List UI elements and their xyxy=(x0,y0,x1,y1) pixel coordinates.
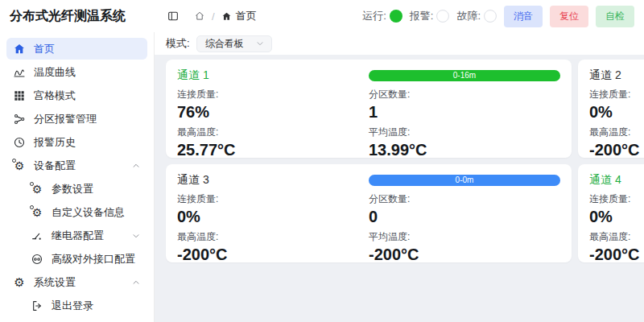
stat-label: 平均温度: xyxy=(369,230,560,244)
stat-value: -200°C xyxy=(369,246,560,264)
channel-card-1: 通道 1 0-16m 连接质量: 76% 分区数量: 1 最高 xyxy=(166,60,572,158)
sidebar-item-label: 系统设置 xyxy=(34,275,76,290)
sidebar-item-label: 参数设置 xyxy=(52,182,93,196)
channel-title: 通道 4 xyxy=(589,173,621,188)
sidebar-item-advanced-interface[interactable]: 高级对外接口配置 xyxy=(24,248,147,270)
sidebar-item-logout[interactable]: 退出登录 xyxy=(24,295,147,316)
alarm-indicator-dot xyxy=(436,10,449,23)
channel-range-badge: 0-0m xyxy=(369,175,560,186)
sidebar-item-param-settings[interactable]: ⚙ 参数设置 xyxy=(24,178,147,200)
sidebar-item-device-config[interactable]: ⚙ 设备配置 xyxy=(6,155,147,176)
sidebar-item-label: 温度曲线 xyxy=(34,65,76,80)
mode-label: 模式: xyxy=(166,36,190,51)
stat-value: -200°C xyxy=(589,246,644,264)
history-clock-icon xyxy=(13,136,26,149)
mute-button[interactable]: 消音 xyxy=(504,6,543,27)
stat-label: 连接质量: xyxy=(589,192,644,206)
breadcrumb-current[interactable]: 首页 xyxy=(221,9,257,23)
sidebar-item-label: 首页 xyxy=(34,42,55,56)
header-status-area: 运行: 报警: 故障: 消音 复位 自检 xyxy=(362,6,634,27)
relay-switch-icon xyxy=(31,229,43,242)
chevron-up-icon xyxy=(131,278,141,287)
stat-value: 0 xyxy=(369,208,560,226)
sidebar-item-label: 报警历史 xyxy=(34,135,76,150)
header: 分布式光纤测温系统 / 首页 xyxy=(0,0,644,32)
channel-title: 通道 1 xyxy=(177,68,209,83)
stat-avg-temp: 平均温度: 13.99°C xyxy=(369,126,560,159)
breadcrumb: / 首页 xyxy=(194,9,257,23)
channel-card-4: 通道 4 连接质量: 0% 最高温度: -200°C xyxy=(578,164,644,262)
status-fault: 故障: xyxy=(456,9,497,23)
param-gear-icon: ⚙ xyxy=(31,184,43,195)
home-outline-icon[interactable] xyxy=(194,10,205,22)
stat-value: 13.99°C xyxy=(369,141,560,159)
stat-connection-quality: 连接质量: 0% xyxy=(177,192,369,226)
mode-select-value: 综合看板 xyxy=(205,37,244,51)
channel-range-badge: 0-16m xyxy=(369,70,560,81)
sidebar-item-label: 继电器配置 xyxy=(52,229,104,243)
stat-label: 连接质量: xyxy=(177,88,369,101)
sidebar-item-temp-curve[interactable]: 温度曲线 xyxy=(6,61,147,83)
interface-circle-icon xyxy=(31,253,43,266)
stat-max-temp: 最高温度: -200°C xyxy=(589,230,644,264)
stat-label: 连接质量: xyxy=(589,88,644,101)
status-running-label: 运行: xyxy=(362,9,386,23)
chevron-up-icon xyxy=(131,161,141,171)
sidebar-item-home[interactable]: 首页 xyxy=(6,38,147,60)
stat-label: 分区数量: xyxy=(369,88,560,101)
stat-value: -200°C xyxy=(589,141,644,159)
sidebar-item-label: 退出登录 xyxy=(52,299,93,313)
sidebar-item-zone-alarm[interactable]: 分区报警管理 xyxy=(6,108,147,130)
channel-card-3: 通道 3 0-0m 连接质量: 0% 分区数量: 0 最高温度 xyxy=(166,164,572,262)
stat-label: 最高温度: xyxy=(589,126,644,139)
sidebar-item-system-settings[interactable]: ⚙ 系统设置 xyxy=(6,271,147,293)
logout-icon xyxy=(31,299,43,312)
stat-label: 连接质量: xyxy=(177,192,369,206)
breadcrumb-separator: / xyxy=(212,10,215,23)
sidebar-item-grid-mode[interactable]: 宫格模式 xyxy=(6,85,147,106)
stat-label: 最高温度: xyxy=(177,230,369,244)
sidebar-item-relay-config[interactable]: 继电器配置 xyxy=(24,225,147,246)
stat-value: 76% xyxy=(177,103,369,122)
sidebar-item-alarm-history[interactable]: 报警历史 xyxy=(6,131,147,153)
sidebar: 首页 温度曲线 宫格模式 xyxy=(0,32,155,322)
stat-value: 25.77°C xyxy=(177,141,369,159)
sidebar-item-label: 自定义设备信息 xyxy=(52,205,125,220)
stat-label: 最高温度: xyxy=(589,230,644,244)
stat-max-temp: 最高温度: -200°C xyxy=(177,230,369,264)
chevron-down-icon xyxy=(131,231,141,241)
sidebar-item-label: 高级对外接口配置 xyxy=(52,252,135,266)
grid-icon xyxy=(13,89,26,102)
sidebar-item-custom-device-info[interactable]: ⚙ 自定义设备信息 xyxy=(24,201,147,223)
running-indicator-dot xyxy=(390,10,402,23)
curve-chart-icon xyxy=(13,66,26,79)
stat-connection-quality: 连接质量: 76% xyxy=(177,88,369,122)
channel-title: 通道 2 xyxy=(589,68,621,83)
chevron-down-icon xyxy=(255,39,265,48)
stat-label: 分区数量: xyxy=(369,192,560,206)
custom-device-gear-icon: ⚙ xyxy=(31,207,43,218)
branch-icon xyxy=(13,113,26,126)
home-filled-icon xyxy=(221,11,232,22)
stat-label: 最高温度: xyxy=(177,126,369,139)
selfcheck-button[interactable]: 自检 xyxy=(596,6,634,27)
stat-avg-temp: 平均温度: -200°C xyxy=(369,230,560,264)
mode-toolbar: 模式: 综合看板 xyxy=(155,32,644,55)
stat-zone-count: 分区数量: 1 xyxy=(369,88,560,122)
fault-indicator-dot xyxy=(484,10,497,23)
gear-icon: ⚙ xyxy=(13,276,26,288)
stat-zone-count: 分区数量: 0 xyxy=(369,192,560,226)
sidebar-collapse-button[interactable] xyxy=(167,10,180,23)
mode-select[interactable]: 综合看板 xyxy=(196,35,272,52)
reset-button[interactable]: 复位 xyxy=(550,6,588,27)
main-area: 模式: 综合看板 通道 1 0-16m xyxy=(155,32,644,322)
channel-title: 通道 3 xyxy=(177,173,209,188)
stat-value: 1 xyxy=(369,103,560,122)
stat-value: 0% xyxy=(177,208,369,226)
breadcrumb-page-label: 首页 xyxy=(236,9,257,23)
stat-value: -200°C xyxy=(177,246,369,264)
stat-connection-quality: 连接质量: 0% xyxy=(589,88,644,122)
channel-card-2: 通道 2 连接质量: 0% 最高温度: -200°C xyxy=(578,60,644,158)
sidebar-item-label: 宫格模式 xyxy=(34,89,76,103)
app-title: 分布式光纤测温系统 xyxy=(10,8,155,25)
